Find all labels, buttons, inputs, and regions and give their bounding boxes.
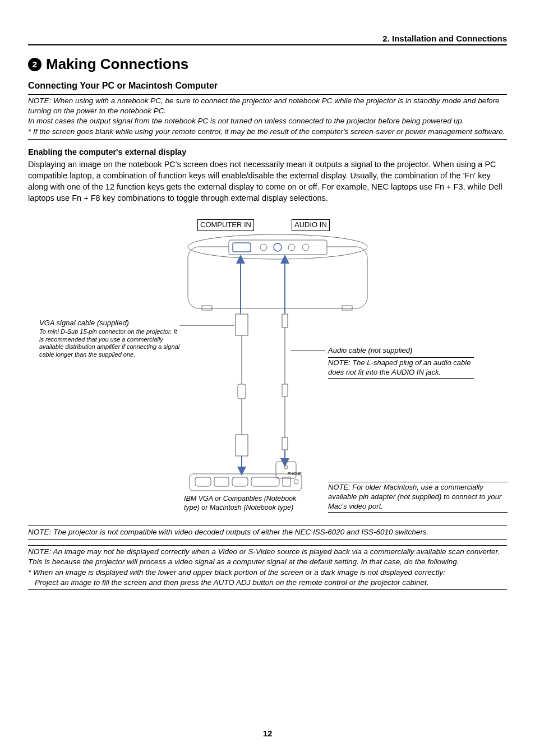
label-audio-note: NOTE: The L-shaped plug of an audio cabl…	[328, 357, 474, 379]
note1-line2: In most cases the output signal from the…	[28, 116, 507, 126]
final-notes: NOTE: The projector is not compatible wi…	[28, 525, 507, 590]
svg-rect-13	[238, 384, 246, 399]
svg-rect-1	[188, 247, 367, 308]
svg-rect-24	[190, 474, 302, 491]
section-title: Making Connections	[46, 56, 188, 73]
subsection-title: Connecting Your PC or Macintosh Computer	[28, 81, 507, 91]
label-vga-head: VGA signal cable (supplied)	[39, 319, 182, 328]
enable-body: Displaying an image on the notebook PC's…	[28, 159, 507, 204]
svg-rect-28	[251, 477, 279, 486]
note3-block: NOTE: An image may not be displayed corr…	[28, 545, 507, 591]
label-vga-block: VGA signal cable (supplied) To mini D-Su…	[39, 319, 182, 359]
svg-rect-8	[202, 306, 212, 310]
note1-line3: * If the screen goes blank while using y…	[28, 127, 507, 137]
svg-rect-25	[195, 477, 211, 486]
note3-line2: This is because the projector will proce…	[28, 557, 507, 568]
chapter-header: 2. Installation and Connections	[28, 34, 507, 45]
page-number: 12	[0, 729, 535, 738]
label-audio-cable: Audio cable (not supplied)	[328, 346, 412, 356]
label-ibm-mac: IBM VGA or Compatibles (Notebook type) o…	[184, 494, 310, 513]
label-audio-in: AUDIO IN	[292, 219, 330, 231]
svg-rect-16	[282, 314, 288, 328]
note3-line1: NOTE: An image may not be displayed corr…	[28, 547, 507, 557]
svg-rect-10	[236, 314, 248, 335]
svg-rect-19	[282, 384, 288, 397]
note1-line1: NOTE: When using with a notebook PC, be …	[28, 96, 507, 116]
section-header: 2 Making Connections	[28, 56, 507, 73]
label-computer-in: COMPUTER IN	[197, 219, 254, 231]
label-mac-note: NOTE: For older Macintosh, use a commerc…	[328, 482, 508, 513]
label-vga-body: To mini D-Sub 15-pin connector on the pr…	[39, 328, 182, 359]
svg-rect-9	[342, 306, 352, 310]
note3-line3: * When an image is displayed with the lo…	[28, 568, 507, 578]
section-number-badge: 2	[28, 58, 41, 71]
svg-rect-27	[232, 477, 248, 486]
connection-diagram: COMPUTER IN AUDIO IN VGA signal cable (s…	[28, 216, 507, 519]
note2: NOTE: The projector is not compatible wi…	[28, 525, 507, 540]
svg-rect-26	[214, 477, 229, 486]
note3-line4: Project an image to fill the screen and …	[28, 578, 507, 588]
svg-rect-2	[229, 240, 327, 255]
svg-rect-20	[282, 437, 288, 450]
svg-rect-14	[236, 435, 248, 456]
svg-point-30	[294, 480, 298, 484]
svg-point-23	[284, 465, 288, 469]
note-block-1: NOTE: When using with a notebook PC, be …	[28, 94, 507, 140]
label-phone: PHONE	[288, 471, 302, 476]
enable-heading: Enabling the computer's external display	[28, 147, 507, 156]
